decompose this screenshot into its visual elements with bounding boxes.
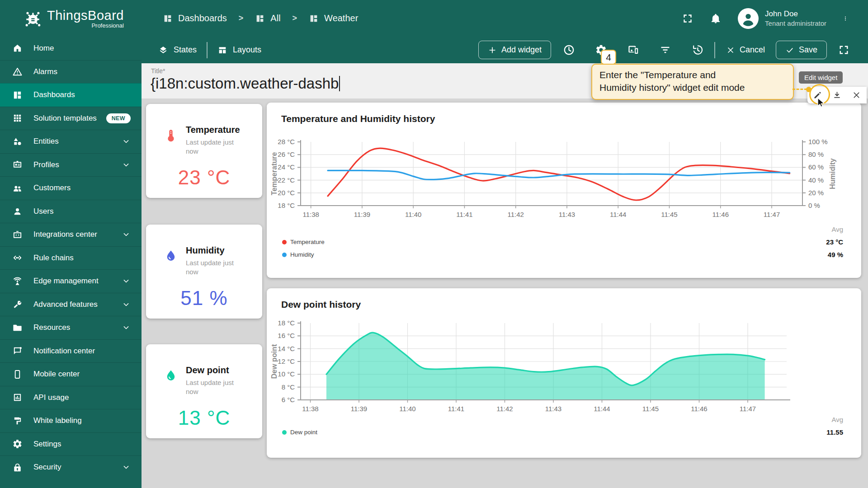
legend-series-toggle[interactable]: Humidity [282,251,314,258]
edge-management-icon [12,276,23,286]
thingsboard-logo[interactable]: ThingsBoard Professional [23,8,127,29]
svg-text:10 °C: 10 °C [278,370,295,378]
breadcrumb: Dashboards>All>Weather [163,13,358,23]
sidebar-item-solution-templates[interactable]: Solution templatesNEW [0,107,142,130]
sidebar-item-dashboards[interactable]: Dashboards [0,83,142,107]
sidebar-item-notification-center[interactable]: Notification center [0,339,142,363]
svg-text:11:41: 11:41 [456,211,472,218]
legend-avg-value: 11.55 [826,428,843,436]
export-widget-download-icon[interactable] [832,90,842,100]
breadcrumb-separator: > [239,14,244,23]
sidebar-item-security[interactable]: Security [0,455,142,479]
sidebar-item-label: Solution templates [33,114,97,123]
solution-templates-icon [12,113,23,123]
svg-text:Dew point: Dew point [270,344,278,379]
sidebar-item-label: Integrations center [33,230,97,239]
filters-icon[interactable] [659,44,671,56]
cancel-button[interactable]: Cancel [726,45,765,55]
expand-dashboard-icon[interactable] [838,44,850,56]
dew-point-history-widget[interactable]: Dew point history 6 °C8 °C10 °C12 °C14 °… [267,288,861,458]
sidebar-item-profiles[interactable]: Profiles [0,153,142,177]
sidebar-item-label: Customers [33,183,71,192]
sidebar-item-label: Home [33,44,54,53]
breadcrumb-label: Weather [324,13,358,23]
fullscreen-icon[interactable] [682,13,693,24]
layouts-button[interactable]: Layouts [217,45,261,55]
sidebar-item-integrations-center[interactable]: Integrations center [0,223,142,246]
top-header: ThingsBoard Professional Dashboards>All>… [0,0,868,37]
dashboards-icon [163,14,173,23]
svg-text:100 %: 100 % [808,138,828,145]
svg-text:12 °C: 12 °C [278,357,295,365]
sidebar-item-label: White labeling [33,416,82,425]
card-value: 13 °C [146,407,262,429]
legend-label: Dew point [290,429,317,436]
svg-text:11:46: 11:46 [712,211,729,218]
chevron-down-icon [122,300,131,309]
svg-text:11:38: 11:38 [302,211,319,218]
svg-text:11:44: 11:44 [594,405,610,413]
remove-widget-close-icon[interactable] [852,90,861,100]
new-badge: NEW [106,113,131,123]
sidebar-item-white-labeling[interactable]: White labeling [0,409,142,432]
sidebar-item-home[interactable]: Home [0,37,142,60]
legend-avg-header: Avg [282,416,843,423]
notifications-bell-icon[interactable] [710,13,722,24]
user-menu[interactable]: John Doe Tenant administrator [738,8,826,29]
sidebar-item-label: Security [33,463,61,472]
notification-center-icon [12,346,23,356]
chart-legend: AvgTemperature23 °CHumidity49 % [282,225,843,258]
sidebar-item-advanced-features[interactable]: Advanced features [0,293,142,316]
card-title: Temperature [186,125,247,135]
temperature-card[interactable]: TemperatureLast update just now23 °C [146,104,262,198]
sidebar-item-api-usage[interactable]: API usage [0,386,142,409]
thingsboard-bug-icon [23,9,42,28]
dew-drop-icon [164,365,178,386]
legend-series-toggle[interactable]: Temperature [282,239,325,245]
breadcrumb-item-all[interactable]: All [255,13,280,23]
svg-text:0 %: 0 % [808,202,820,209]
add-widget-button[interactable]: Add widget [478,41,551,59]
avatar [738,8,759,29]
breadcrumb-item-dashboards[interactable]: Dashboards [163,13,227,23]
svg-text:11:47: 11:47 [740,405,756,413]
sidebar-item-mobile-center[interactable]: Mobile center [0,362,142,386]
edit-widget-tooltip: Edit widget [799,71,843,84]
sidebar-item-rule-chains[interactable]: Rule chains [0,246,142,270]
sidebar-item-entities[interactable]: Entities [0,130,142,153]
legend-color-dot [282,430,287,435]
svg-text:11:43: 11:43 [545,405,561,413]
sidebar-item-label: Alarms [33,67,57,76]
states-button[interactable]: States [158,45,197,55]
svg-text:11:38: 11:38 [302,405,318,413]
temperature-humidity-history-widget[interactable]: Temperature and Humidity history 18 °C20… [267,103,861,278]
thermometer-icon [164,125,178,145]
version-history-icon[interactable] [691,44,703,56]
tutorial-tooltip-line: Enter the "Temperature and [599,69,786,81]
dashboards-icon [309,14,319,23]
time-window-icon[interactable] [563,44,575,56]
sidebar-item-edge-management[interactable]: Edge management [0,269,142,293]
dew-point-card[interactable]: Dew pointLast update just now13 °C [146,344,262,438]
sidebar-item-alarms[interactable]: Alarms [0,60,142,84]
breadcrumb-label: Dashboards [178,13,227,23]
svg-text:40 %: 40 % [808,176,824,184]
legend-series-toggle[interactable]: Dew point [282,429,317,436]
legend-avg-value: 49 % [828,251,843,258]
sidebar-item-label: Resources [33,323,70,332]
sidebar-item-users[interactable]: Users [0,200,142,223]
save-button[interactable]: Save [776,41,827,59]
svg-text:11:47: 11:47 [764,211,780,218]
logo-title: ThingsBoard [47,8,124,23]
sidebar-item-customers[interactable]: Customers [0,176,142,200]
sidebar-item-resources[interactable]: Resources [0,316,142,339]
humidity-card[interactable]: HumidityLast update just now51 % [146,225,262,319]
card-subtitle: Last update just now [186,378,247,397]
entity-aliases-icon[interactable] [627,44,639,56]
more-menu-icon[interactable] [843,13,848,24]
title-input[interactable]: {i18n:custom.weather-dashb [151,75,340,92]
states-label: States [174,45,197,55]
sidebar-item-label: Profiles [33,160,59,169]
breadcrumb-item-weather[interactable]: Weather [309,13,358,23]
sidebar-item-settings[interactable]: Settings [0,432,142,456]
